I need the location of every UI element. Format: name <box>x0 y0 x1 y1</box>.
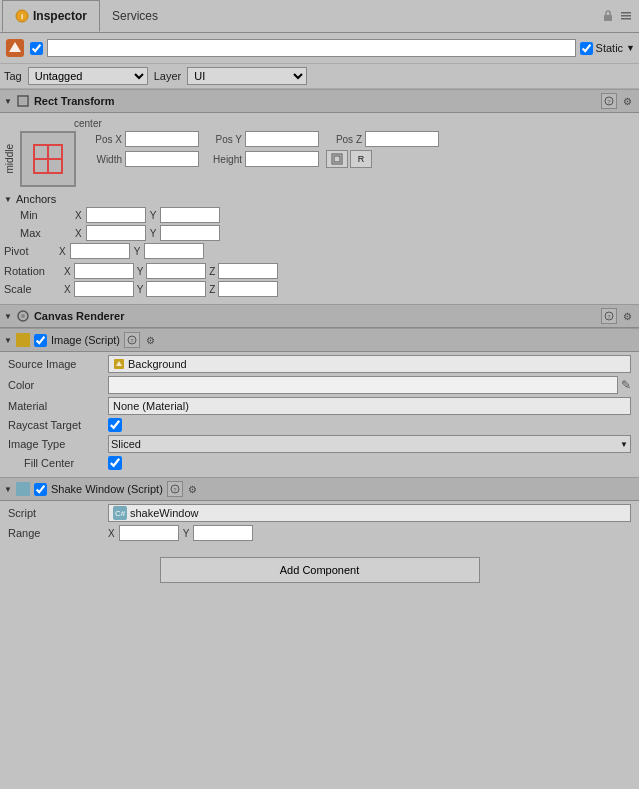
shake-window-enabled[interactable] <box>34 483 47 496</box>
active-checkbox[interactable] <box>30 42 43 55</box>
static-area: Static ▼ <box>580 42 635 55</box>
scale-y-input[interactable]: 1 <box>146 281 206 297</box>
width-input[interactable]: 1500 <box>125 151 199 167</box>
pivot-y-label: Y <box>134 246 141 257</box>
layer-label: Layer <box>154 70 182 82</box>
pos-x-input[interactable]: 0 <box>125 131 199 147</box>
color-pencil-icon[interactable]: ✎ <box>621 378 631 392</box>
img-ref-btn[interactable]: ? <box>124 332 140 348</box>
pos-z-input[interactable]: 0 <box>365 131 439 147</box>
material-label: Material <box>8 400 108 412</box>
blueprint-btn[interactable] <box>326 150 348 168</box>
raycast-target-row: Raycast Target <box>8 418 631 432</box>
color-label: Color <box>8 379 108 391</box>
script-value-area[interactable]: C# shakeWindow <box>108 504 631 522</box>
rt-gear-btn[interactable]: ⚙ <box>619 93 635 109</box>
content-wrapper: Panel Static ▼ Tag Untagged Layer UI ▼ R… <box>0 33 639 789</box>
image-script-enabled[interactable] <box>34 334 47 347</box>
min-x-input[interactable]: 0.5 <box>86 207 146 223</box>
range-row: Range X 4 Y 2.5 <box>8 525 631 541</box>
lock-icon[interactable] <box>601 9 615 23</box>
static-checkbox[interactable] <box>580 42 593 55</box>
fill-center-checkbox[interactable] <box>108 456 122 470</box>
raycast-target-checkbox[interactable] <box>108 418 122 432</box>
cr-section-icons: ? ⚙ <box>601 308 635 324</box>
image-script-title: Image (Script) <box>51 334 120 346</box>
scale-xyz: X 1 Y 1 Z 1 <box>64 281 635 297</box>
color-swatch[interactable] <box>108 376 618 394</box>
rt-collapse-arrow[interactable]: ▼ <box>4 97 12 106</box>
scale-z-input[interactable]: 1 <box>218 281 278 297</box>
tag-dropdown[interactable]: Untagged <box>28 67 148 85</box>
max-x-label: X <box>75 228 82 239</box>
anchors-body: Min X 0.5 Y 0.5 Max X 0.5 Y 0.5 <box>4 207 635 241</box>
rt-section-icons: ? ⚙ <box>601 93 635 109</box>
shake-ref-btn[interactable]: ? <box>167 481 183 497</box>
rot-x-input[interactable]: 0 <box>74 263 134 279</box>
script-row: Script C# shakeWindow <box>8 504 631 522</box>
svg-text:?: ? <box>173 487 177 493</box>
max-label: Max <box>20 227 75 239</box>
source-image-row: Source Image Background <box>8 355 631 373</box>
menu-icon[interactable] <box>619 9 633 23</box>
canvas-renderer-header: ▼ Canvas Renderer ? ⚙ <box>0 304 639 328</box>
object-name-input[interactable]: Panel <box>47 39 576 57</box>
material-value[interactable]: None (Material) <box>108 397 631 415</box>
layer-dropdown[interactable]: UI <box>187 67 307 85</box>
range-x-input[interactable]: 4 <box>119 525 179 541</box>
image-type-row: Image Type Sliced ▼ <box>8 435 631 453</box>
cr-ref-btn[interactable]: ? <box>601 308 617 324</box>
image-type-dropdown[interactable]: Sliced ▼ <box>108 435 631 453</box>
range-y-input[interactable]: 2.5 <box>193 525 253 541</box>
shake-gear-btn[interactable]: ⚙ <box>185 481 201 497</box>
svg-text:?: ? <box>607 99 611 105</box>
rotation-row: Rotation X 0 Y 0 Z 0 <box>4 263 635 279</box>
tab-services[interactable]: Services <box>100 0 170 32</box>
scale-row: Scale X 1 Y 1 Z 1 <box>4 281 635 297</box>
color-row: Color ✎ <box>8 376 631 394</box>
pivot-x-label: X <box>59 246 66 257</box>
svg-point-15 <box>21 314 25 318</box>
add-component-area: Add Component <box>0 547 639 593</box>
max-y-input[interactable]: 0.5 <box>160 225 220 241</box>
unity-logo <box>4 37 26 59</box>
cr-gear-btn[interactable]: ⚙ <box>619 308 635 324</box>
img-gear-btn[interactable]: ⚙ <box>142 332 158 348</box>
static-dropdown-arrow[interactable]: ▼ <box>626 43 635 53</box>
cr-collapse-arrow[interactable]: ▼ <box>4 312 12 321</box>
svg-text:?: ? <box>130 338 134 344</box>
pos-x-label: Pos X <box>82 134 122 145</box>
pivot-xy: X 0.5 Y 0.5 <box>59 243 204 259</box>
svg-rect-5 <box>621 18 631 20</box>
scale-x-input[interactable]: 1 <box>74 281 134 297</box>
pos-y-label: Pos Y <box>202 134 242 145</box>
rot-y-input[interactable]: 0 <box>146 263 206 279</box>
shake-window-header: ▼ Shake Window (Script) ? ⚙ <box>0 477 639 501</box>
source-image-value[interactable]: Background <box>108 355 631 373</box>
scale-x-label: X <box>64 284 71 295</box>
r-btn[interactable]: R <box>350 150 372 168</box>
max-x-input[interactable]: 0.5 <box>86 225 146 241</box>
img-collapse-arrow[interactable]: ▼ <box>4 336 12 345</box>
tab-services-label: Services <box>112 9 158 23</box>
pivot-x-input[interactable]: 0.5 <box>70 243 130 259</box>
source-image-text: Background <box>128 358 187 370</box>
pos-y-input[interactable]: 0 <box>245 131 319 147</box>
height-input[interactable]: 500 <box>245 151 319 167</box>
shake-collapse-arrow[interactable]: ▼ <box>4 485 12 494</box>
height-label: Height <box>202 154 242 165</box>
rot-z-input[interactable]: 0 <box>218 263 278 279</box>
svg-rect-9 <box>20 98 26 104</box>
material-text: None (Material) <box>113 400 189 412</box>
min-y-input[interactable]: 0.5 <box>160 207 220 223</box>
anchor-box[interactable] <box>20 131 76 187</box>
tab-inspector[interactable]: i Inspector <box>2 0 100 32</box>
pivot-y-input[interactable]: 0.5 <box>144 243 204 259</box>
min-row: Min X 0.5 Y 0.5 <box>20 207 635 223</box>
rot-z-label: Z <box>209 266 215 277</box>
img-section-icons: ? ⚙ <box>124 332 158 348</box>
anchors-arrow[interactable]: ▼ <box>4 195 12 204</box>
tab-bar: i Inspector Services <box>0 0 639 33</box>
rt-ref-btn[interactable]: ? <box>601 93 617 109</box>
add-component-button[interactable]: Add Component <box>160 557 480 583</box>
